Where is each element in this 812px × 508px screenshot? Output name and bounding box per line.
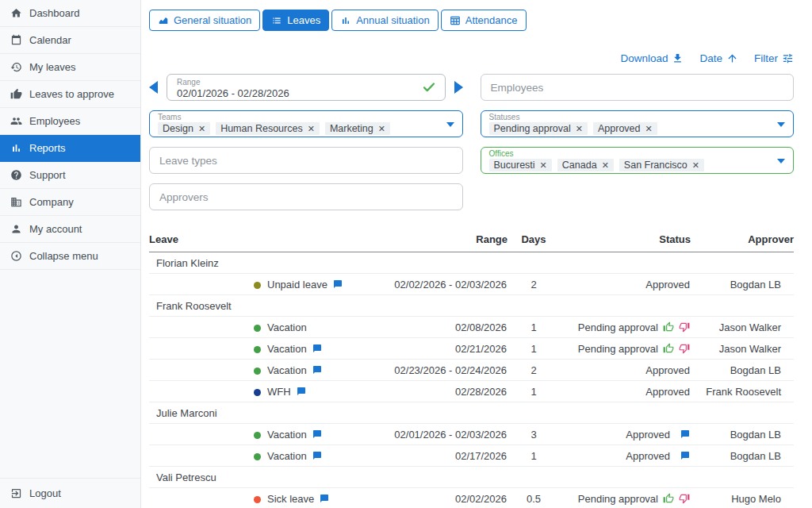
- status-label: Pending approval: [578, 321, 658, 333]
- reject-thumb-down-icon[interactable]: [679, 493, 690, 504]
- next-range-button[interactable]: [454, 81, 463, 94]
- leave-row[interactable]: Vacation02/17/20261ApprovedBogdan LB: [149, 445, 794, 467]
- sidebar-item-calendar[interactable]: Calendar: [0, 27, 140, 54]
- status-comment-icon[interactable]: [680, 429, 690, 439]
- comment-icon[interactable]: [312, 451, 322, 460]
- comment-icon[interactable]: [312, 344, 322, 353]
- sidebar-item-dashboard[interactable]: Dashboard: [0, 0, 140, 27]
- sidebar-item-my-leaves[interactable]: My leaves: [0, 54, 140, 81]
- table-icon: [450, 15, 461, 26]
- tab-general-situation[interactable]: General situation: [149, 10, 260, 31]
- approve-thumb-up-icon[interactable]: [663, 321, 674, 333]
- filter-sliders-icon: [782, 52, 794, 64]
- tab-annual-situation[interactable]: Annual situation: [331, 10, 439, 31]
- tab-label: Attendance: [465, 14, 518, 26]
- date-sort-link[interactable]: Date: [699, 52, 738, 64]
- status-cell: Approved: [560, 274, 691, 295]
- tab-attendance[interactable]: Attendance: [441, 10, 527, 31]
- remove-chip-icon[interactable]: ✕: [198, 125, 205, 133]
- sidebar-item-support[interactable]: Support: [0, 162, 140, 189]
- employee-name: Florian Kleinz: [149, 252, 794, 274]
- approvers-select[interactable]: Approvers: [149, 183, 463, 210]
- chevron-down-icon[interactable]: [777, 159, 785, 164]
- remove-chip-icon[interactable]: ✕: [540, 161, 547, 170]
- comment-icon[interactable]: [312, 365, 322, 375]
- prev-range-button[interactable]: [149, 81, 158, 94]
- remove-chip-icon[interactable]: ✕: [692, 161, 699, 170]
- leave-row[interactable]: Vacation02/21/20261Pending approvalJason…: [149, 338, 794, 360]
- teams-select[interactable]: Teams Design✕Human Resources✕Marketing✕: [149, 110, 463, 137]
- chevron-down-icon[interactable]: [777, 122, 785, 127]
- download-link[interactable]: Download: [620, 52, 684, 64]
- status-comment-icon[interactable]: [680, 451, 690, 460]
- sidebar: DashboardCalendarMy leavesLeaves to appr…: [0, 0, 141, 508]
- chevron-down-icon[interactable]: [446, 122, 454, 127]
- range-cell: 02/01/2026 - 02/03/2026: [387, 424, 508, 445]
- days-cell: 3: [508, 424, 560, 445]
- leave-row[interactable]: Sick leave02/02/20260.5Pending approvalH…: [149, 488, 794, 508]
- statuses-select[interactable]: Statuses Pending approval✕Approved✕: [481, 110, 795, 137]
- days-cell: 1: [508, 338, 560, 360]
- sidebar-item-leaves-to-approve[interactable]: Leaves to approve: [0, 81, 140, 108]
- sidebar-item-my-account[interactable]: My account: [0, 216, 140, 243]
- employee-group-row: Julie Marconi: [149, 402, 794, 424]
- leave-type-cell: Vacation: [149, 360, 387, 381]
- sidebar-item-employees[interactable]: Employees: [0, 108, 140, 135]
- employee-name: Vali Petrescu: [149, 467, 794, 488]
- remove-chip-icon[interactable]: ✕: [308, 125, 315, 133]
- main-content: General situationLeavesAnnual situationA…: [141, 0, 812, 508]
- remove-chip-icon[interactable]: ✕: [576, 125, 583, 133]
- approver-cell: Bogdan LB: [691, 424, 794, 445]
- leave-types-select[interactable]: Leave types: [149, 147, 463, 174]
- tab-label: Annual situation: [356, 14, 430, 26]
- sidebar-item-company[interactable]: Company: [0, 189, 140, 216]
- download-label: Download: [620, 52, 668, 64]
- employee-name: Julie Marconi: [149, 402, 794, 424]
- sidebar-item-reports[interactable]: Reports: [0, 135, 140, 162]
- comment-icon[interactable]: [320, 494, 329, 503]
- approve-thumb-up-icon[interactable]: [663, 343, 674, 354]
- approve-thumb-up-icon[interactable]: [663, 493, 674, 504]
- comment-icon[interactable]: [333, 279, 343, 289]
- status-content: Approved: [645, 364, 690, 376]
- comment-icon[interactable]: [312, 429, 322, 439]
- person-icon: [10, 223, 22, 235]
- offices-select[interactable]: Offices Bucuresti✕Canada✕San Francisco✕: [481, 147, 795, 174]
- chip-label: Bucuresti: [494, 159, 535, 171]
- filters-spacer: [481, 183, 795, 210]
- employees-select[interactable]: Employees: [481, 74, 795, 101]
- leave-row[interactable]: WFH02/28/20261ApprovedFrank Roosevelt: [149, 381, 794, 402]
- remove-chip-icon[interactable]: ✕: [378, 125, 385, 133]
- range-label: Range: [177, 78, 413, 87]
- chip-label: Marketing: [330, 122, 373, 135]
- col-header-approver: Approver: [691, 229, 794, 252]
- remove-chip-icon[interactable]: ✕: [645, 125, 653, 133]
- sidebar-item-label: My leaves: [29, 61, 76, 73]
- days-cell: 0.5: [508, 488, 560, 508]
- tab-label: General situation: [174, 14, 251, 26]
- logout-icon: [10, 487, 22, 499]
- status-cell: Approved: [560, 445, 691, 467]
- range-picker[interactable]: Range 02/01/2026 - 02/28/2026: [167, 74, 446, 101]
- chip-label: Canada: [562, 159, 597, 171]
- days-cell: 1: [508, 445, 560, 467]
- tab-leaves[interactable]: Leaves: [262, 10, 329, 31]
- leave-type-cell: Vacation: [149, 424, 387, 445]
- reject-thumb-down-icon[interactable]: [679, 343, 690, 354]
- leave-row[interactable]: Vacation02/01/2026 - 02/03/20263Approved…: [149, 424, 794, 445]
- sidebar-item-collapse-menu[interactable]: Collapse menu: [0, 243, 140, 270]
- reject-thumb-down-icon[interactable]: [679, 321, 690, 333]
- status-label: Approved: [626, 450, 670, 462]
- leave-row[interactable]: Vacation02/23/2026 - 02/24/20262Approved…: [149, 360, 794, 381]
- leave-row[interactable]: Vacation02/08/20261Pending approvalJason…: [149, 317, 794, 338]
- leave-row[interactable]: Unpaid leave02/02/2026 - 02/03/20262Appr…: [149, 274, 794, 295]
- comment-icon[interactable]: [297, 387, 306, 396]
- status-cell: Approved: [560, 381, 691, 402]
- thumb-up-filled-icon: [10, 88, 22, 100]
- range-value: 02/01/2026 - 02/28/2026: [177, 87, 413, 100]
- days-cell: 2: [508, 274, 560, 295]
- remove-chip-icon[interactable]: ✕: [602, 161, 609, 170]
- logout-button[interactable]: Logout: [0, 478, 140, 508]
- approvers-placeholder: Approvers: [159, 191, 209, 203]
- filter-link[interactable]: Filter: [754, 52, 794, 64]
